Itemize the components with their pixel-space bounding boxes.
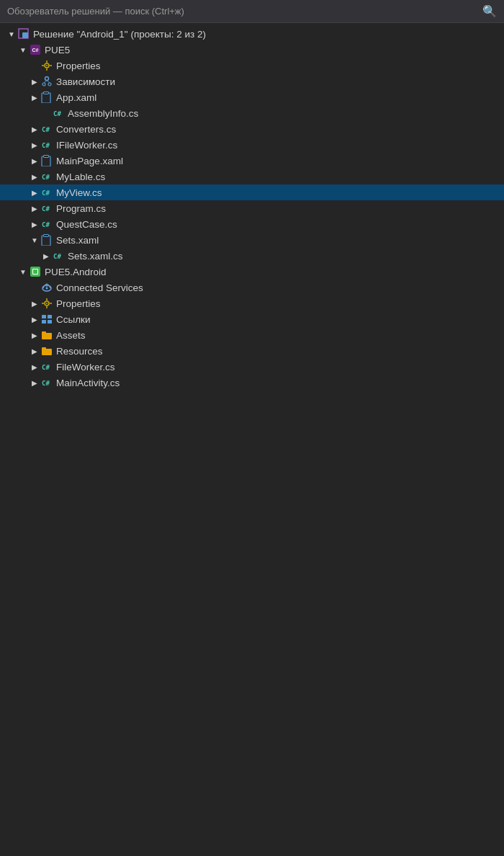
cs-icon: C# [41, 171, 53, 182]
svg-rect-46 [42, 320, 46, 324]
expand-arrow-pue5[interactable] [17, 44, 29, 55]
item-icon-program: C# [40, 202, 53, 215]
tree-item-questcase[interactable]: C# QuestCase.cs [0, 216, 504, 232]
tree-item-resources[interactable]: Resources [0, 343, 504, 359]
item-label-mylable: MyLable.cs [56, 171, 105, 182]
tree-item-mainpage-xaml[interactable]: MainPage.xaml [0, 153, 504, 169]
csharp-project-icon: C# [30, 44, 41, 55]
item-icon-resources [40, 344, 53, 357]
item-icon-connected-services [40, 281, 53, 294]
expand-arrow-assemblyinfo [40, 107, 52, 119]
tree-item-sets-xaml-cs[interactable]: C# Sets.xaml.cs [0, 248, 504, 264]
expand-arrow-app-xaml[interactable] [29, 92, 40, 103]
item-icon-app-xaml [40, 91, 53, 104]
tree-item-assets[interactable]: Assets [0, 327, 504, 343]
item-icon-ifileworker: C# [40, 138, 53, 151]
expand-arrow-solution[interactable] [6, 28, 17, 40]
svg-point-12 [48, 83, 51, 86]
expand-arrow-mainpage-xaml[interactable] [29, 155, 40, 166]
expand-arrow-myview[interactable] [29, 187, 40, 198]
expand-arrow-questcase[interactable] [29, 218, 40, 230]
expand-arrow-sets-xaml-cs[interactable] [40, 250, 52, 262]
svg-rect-15 [42, 93, 50, 103]
svg-point-36 [46, 287, 48, 290]
expand-arrow-mylable[interactable] [29, 171, 40, 182]
expand-arrow-program[interactable] [29, 202, 40, 214]
svg-point-11 [42, 83, 45, 86]
expand-arrow-sets-xaml[interactable] [29, 234, 40, 246]
cs-icon: C# [53, 107, 64, 119]
expand-arrow-connected-services [29, 282, 40, 293]
tree-item-ssylki[interactable]: Ссылки [0, 311, 504, 327]
expand-arrow-mainactivity[interactable] [29, 377, 40, 388]
tree-item-connected-services[interactable]: Connected Services [0, 280, 504, 295]
svg-text:C#: C# [42, 221, 50, 228]
svg-text:C#: C# [42, 190, 50, 197]
search-icon[interactable]: 🔍 [482, 4, 497, 18]
expand-arrow-dependencies[interactable] [29, 76, 40, 87]
item-label-sets-xaml-cs: Sets.xaml.cs [68, 251, 123, 262]
properties-icon [41, 298, 53, 309]
expand-arrow-ssylki[interactable] [29, 313, 40, 325]
item-label-app-xaml: App.xaml [56, 92, 96, 103]
item-icon-fileworker: C# [40, 360, 53, 373]
tree-item-sets-xaml[interactable]: Sets.xaml [0, 232, 504, 248]
tree-item-fileworker[interactable]: C# FileWorker.cs [0, 359, 504, 375]
tree-container: Решение "Android_1" (проекты: 2 из 2) C#… [0, 23, 504, 393]
tree-item-pue5-android[interactable]: PUE5.Android [0, 264, 504, 280]
expand-arrow-converters[interactable] [29, 123, 40, 135]
svg-line-13 [44, 81, 47, 84]
tree-item-solution[interactable]: Решение "Android_1" (проекты: 2 из 2) [0, 26, 504, 42]
svg-rect-28 [42, 236, 50, 246]
tree-item-mylable[interactable]: C# MyLable.cs [0, 169, 504, 184]
svg-point-5 [46, 65, 48, 66]
item-label-mainpage-xaml: MainPage.xaml [56, 156, 123, 166]
tree-item-properties[interactable]: Properties [0, 58, 504, 73]
cs-icon: C# [41, 139, 53, 151]
item-icon-myview: C# [40, 186, 53, 199]
tree-item-myview[interactable]: C# MyView.cs [0, 184, 504, 200]
expand-arrow-resources[interactable] [29, 345, 40, 357]
properties-icon [41, 60, 53, 71]
item-icon-mainactivity: C# [40, 376, 53, 389]
cs-icon: C# [41, 202, 53, 214]
connected-services-icon [41, 282, 53, 293]
svg-point-39 [46, 303, 48, 304]
android-project-icon [30, 266, 41, 277]
tree-item-app-xaml[interactable]: App.xaml [0, 89, 504, 105]
tree-item-dependencies[interactable]: Зависимости [0, 73, 504, 89]
tree-item-mainactivity[interactable]: C# MainActivity.cs [0, 375, 504, 391]
svg-text:C#: C# [53, 253, 61, 260]
xaml-icon [41, 155, 53, 166]
tree-item-converters[interactable]: C# Converters.cs [0, 121, 504, 137]
search-bar-text: Обозреватель решений — поиск (Ctrl+ж) [7, 6, 184, 17]
item-icon-sets-xaml [40, 233, 53, 246]
tree-item-pue5[interactable]: C# PUE5 [0, 42, 504, 58]
svg-text:C#: C# [42, 174, 50, 181]
tree-item-ifileworker[interactable]: C# IFileWorker.cs [0, 137, 504, 153]
item-icon-sets-xaml-cs: C# [52, 249, 65, 262]
cs-icon: C# [41, 361, 53, 373]
tree-item-assemblyinfo[interactable]: C# AssemblyInfo.cs [0, 105, 504, 121]
item-label-connected-services: Connected Services [56, 282, 143, 293]
svg-text:C#: C# [42, 142, 50, 149]
item-label-myview: MyView.cs [56, 187, 102, 198]
item-label-dependencies: Зависимости [56, 76, 115, 87]
search-bar[interactable]: Обозреватель решений — поиск (Ctrl+ж) 🔍 [0, 0, 504, 23]
item-icon-dependencies [40, 75, 53, 88]
svg-rect-51 [42, 347, 46, 350]
item-label-sets-xaml: Sets.xaml [56, 235, 99, 246]
item-icon-properties [40, 59, 53, 72]
expand-arrow-ifileworker[interactable] [29, 139, 40, 151]
item-label-questcase: QuestCase.cs [56, 219, 117, 230]
svg-rect-47 [48, 320, 52, 324]
expand-arrow-pue5-android[interactable] [17, 266, 29, 277]
expand-arrow-fileworker[interactable] [29, 361, 40, 373]
expand-arrow-assets[interactable] [29, 329, 40, 341]
expand-arrow-properties-android[interactable] [29, 298, 40, 309]
tree-item-program[interactable]: C# Program.cs [0, 200, 504, 216]
item-icon-mylable: C# [40, 170, 53, 183]
cs-icon: C# [41, 218, 53, 230]
solution-explorer: Обозреватель решений — поиск (Ctrl+ж) 🔍 … [0, 0, 504, 856]
tree-item-properties-android[interactable]: Properties [0, 295, 504, 311]
